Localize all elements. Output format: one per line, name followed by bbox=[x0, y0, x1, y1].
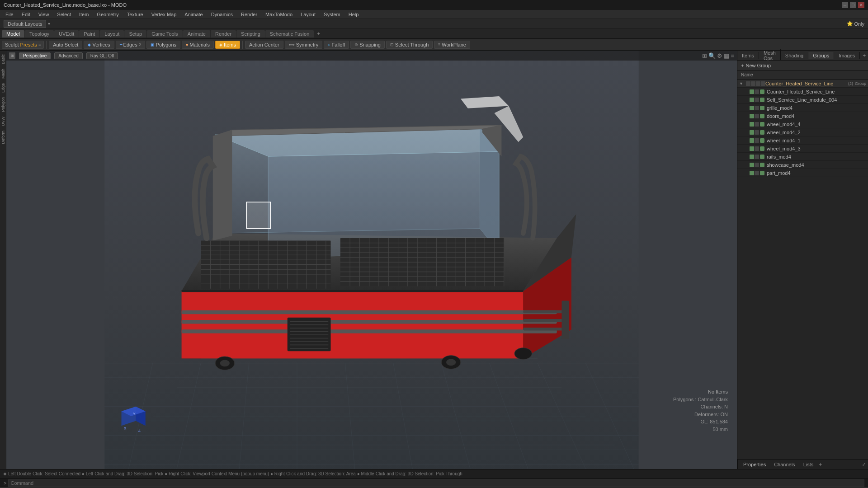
tab-paint[interactable]: Paint bbox=[79, 30, 99, 38]
vp-grid-icon[interactable]: ⊞ bbox=[702, 52, 707, 59]
eye-8[interactable] bbox=[750, 155, 754, 159]
tab-uvedit[interactable]: UVEdit bbox=[54, 30, 79, 38]
eye-0[interactable] bbox=[750, 89, 754, 94]
close-button[interactable]: ✕ bbox=[858, 2, 864, 8]
tab-render[interactable]: Render bbox=[211, 30, 236, 38]
advanced-btn[interactable]: Advanced bbox=[54, 52, 82, 59]
r6[interactable] bbox=[755, 138, 759, 143]
solo-icon-root[interactable] bbox=[761, 81, 765, 86]
auto-select-button[interactable]: Auto Select bbox=[49, 41, 82, 49]
eye-1[interactable] bbox=[750, 98, 754, 102]
r2[interactable] bbox=[755, 106, 759, 110]
menu-dynamics[interactable]: Dynamics bbox=[208, 11, 236, 18]
edges-button[interactable]: ━ Edges 2 bbox=[116, 41, 145, 49]
sidebar-item-mesh[interactable]: Mesh bbox=[0, 67, 6, 80]
vp-settings-icon[interactable]: ⚙ bbox=[717, 52, 722, 59]
new-group-button[interactable]: + New Group bbox=[737, 61, 868, 70]
menu-texture[interactable]: Texture bbox=[123, 11, 147, 18]
vp-zoom-icon[interactable]: 🔍 bbox=[708, 52, 716, 59]
lock-icon-root[interactable] bbox=[756, 81, 760, 86]
action-center-button[interactable]: Action Center bbox=[245, 41, 283, 49]
add-right-tab-button[interactable]: + bbox=[860, 52, 868, 60]
eye-3[interactable] bbox=[750, 114, 754, 118]
eye-2[interactable] bbox=[750, 106, 754, 110]
r10[interactable] bbox=[755, 171, 759, 175]
tab-setup[interactable]: Setup bbox=[124, 30, 146, 38]
tab-animate[interactable]: Animate bbox=[183, 30, 210, 38]
vertices-button[interactable]: ◆ Vertices bbox=[84, 41, 114, 49]
items-button[interactable]: ◈ Items bbox=[215, 41, 240, 49]
tree-row-2[interactable]: ▶ grille_mod4 bbox=[737, 104, 868, 112]
menu-geometry[interactable]: Geometry bbox=[93, 11, 122, 18]
vp-menu-icon[interactable]: ≡ bbox=[731, 52, 734, 59]
menu-help[interactable]: Help bbox=[345, 11, 363, 18]
tab-shading[interactable]: Shading bbox=[781, 52, 808, 59]
tree-row-5[interactable]: ▶ wheel_mod4_2 bbox=[737, 128, 868, 136]
snapping-button[interactable]: ⊕ Snapping bbox=[350, 41, 385, 49]
tab-groups[interactable]: Groups bbox=[808, 52, 834, 59]
add-tab-button[interactable]: + bbox=[314, 30, 323, 38]
menu-item[interactable]: Item bbox=[75, 11, 92, 18]
tree-row-0[interactable]: ▶ Counter_Heated_Service_Line bbox=[737, 88, 868, 96]
polygons-button[interactable]: ▣ Polygons bbox=[146, 41, 180, 49]
tree-row-1[interactable]: ▶ Self_Service_Line_module_004 bbox=[737, 96, 868, 104]
menu-render[interactable]: Render bbox=[237, 11, 261, 18]
vp-handle[interactable]: ⊞ bbox=[9, 52, 15, 59]
tab-images[interactable]: Images bbox=[834, 52, 860, 59]
symmetry-button[interactable]: ⟺ Symmetry bbox=[285, 41, 323, 49]
tab-gametools[interactable]: Game Tools bbox=[147, 30, 183, 38]
select-through-button[interactable]: ⊡ Select Through bbox=[386, 41, 433, 49]
menu-edit[interactable]: Edit bbox=[18, 11, 34, 18]
render-icon-root[interactable] bbox=[751, 81, 755, 86]
menu-animate[interactable]: Animate bbox=[181, 11, 206, 18]
tab-topology[interactable]: Topology bbox=[25, 30, 54, 38]
tab-schematic-fusion[interactable]: Schematic Fusion bbox=[265, 30, 314, 38]
tree-row-9[interactable]: ▶ showcase_mod4 bbox=[737, 161, 868, 169]
tree-row-7[interactable]: ▶ wheel_mod4_3 bbox=[737, 145, 868, 153]
menu-vertexmap[interactable]: Vertex Map bbox=[148, 11, 180, 18]
r4[interactable] bbox=[755, 122, 759, 127]
eye-10[interactable] bbox=[750, 171, 754, 175]
falloff-button[interactable]: ○ Falloff bbox=[324, 41, 349, 49]
eye-9[interactable] bbox=[750, 163, 754, 167]
tab-model[interactable]: Model bbox=[2, 30, 24, 38]
tree-row-3[interactable]: ▶ doors_mod4 bbox=[737, 112, 868, 120]
window-controls[interactable]: ─ □ ✕ bbox=[842, 2, 864, 8]
r3[interactable] bbox=[755, 114, 759, 118]
sidebar-item-uvw[interactable]: UVW bbox=[0, 115, 6, 128]
layout-selector[interactable]: Default Layouts ▾ bbox=[4, 20, 50, 28]
viewport[interactable]: ⊞ Perspective Advanced Ray GL: Off ⊞ 🔍 ⚙… bbox=[6, 51, 737, 469]
properties-tab[interactable]: Properties bbox=[741, 461, 769, 468]
default-layouts-btn[interactable]: Default Layouts bbox=[4, 20, 46, 28]
tab-scripting[interactable]: Scripting bbox=[236, 30, 265, 38]
minimize-button[interactable]: ─ bbox=[842, 2, 848, 8]
r0[interactable] bbox=[755, 89, 759, 94]
r1[interactable] bbox=[755, 98, 759, 102]
tab-items[interactable]: Items bbox=[737, 52, 759, 59]
eye-6[interactable] bbox=[750, 138, 754, 143]
menu-select[interactable]: Select bbox=[53, 11, 75, 18]
eye-5[interactable] bbox=[750, 130, 754, 135]
channels-tab[interactable]: Channels bbox=[771, 461, 797, 468]
vp-shading-icon[interactable]: ▦ bbox=[724, 52, 729, 59]
lists-tab[interactable]: Lists bbox=[801, 461, 816, 468]
r8[interactable] bbox=[755, 155, 759, 159]
materials-button[interactable]: ● Materials bbox=[182, 41, 214, 49]
menu-layout[interactable]: Layout bbox=[297, 11, 319, 18]
maximize-button[interactable]: □ bbox=[850, 2, 856, 8]
menu-file[interactable]: File bbox=[2, 11, 17, 18]
add-bottom-tab[interactable]: + bbox=[819, 461, 822, 468]
eye-icon-root[interactable] bbox=[746, 81, 750, 86]
sidebar-item-basic[interactable]: Basic bbox=[0, 52, 6, 66]
tree-row-6[interactable]: ▶ wheel_mod4_1 bbox=[737, 136, 868, 145]
ray-gl-btn[interactable]: Ray GL: Off bbox=[86, 52, 118, 59]
tree-row-10[interactable]: ▶ part_mod4 bbox=[737, 169, 868, 177]
sidebar-item-deform[interactable]: Deform bbox=[0, 129, 6, 146]
menu-maxtomodo[interactable]: MaxToModo bbox=[262, 11, 296, 18]
tree-row-8[interactable]: ▶ rails_mod4 bbox=[737, 153, 868, 161]
perspective-btn[interactable]: Perspective bbox=[19, 52, 51, 59]
menu-view[interactable]: View bbox=[35, 11, 53, 18]
tree-row-4[interactable]: ▶ wheel_mod4_4 bbox=[737, 120, 868, 128]
expand-arrow-root[interactable]: ▼ bbox=[739, 81, 743, 86]
sidebar-item-edge[interactable]: Edge bbox=[0, 81, 6, 94]
